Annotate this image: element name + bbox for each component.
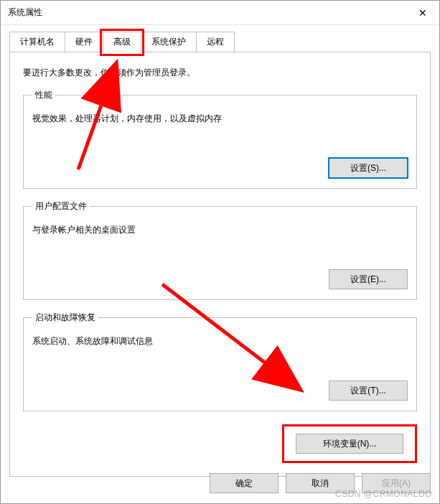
titlebar: 系统属性 ✕ [1,1,439,25]
tab-hardware[interactable]: 硬件 [65,32,103,52]
performance-settings-button[interactable]: 设置(S)... [329,158,408,178]
user-profiles-group: 用户配置文件 与登录帐户相关的桌面设置 设置(E)... [23,200,417,300]
window-title: 系统属性 [8,6,406,19]
env-row: 环境变量(N)... [23,424,417,463]
tab-computer-name[interactable]: 计算机名 [9,32,65,52]
tab-system-protection[interactable]: 系统保护 [141,32,197,52]
close-icon: ✕ [418,7,427,19]
tabstrip: 计算机名 硬件 高级 系统保护 远程 [9,32,431,52]
apply-button[interactable]: 应用(A) [362,473,431,493]
dialog-buttons: 确定 取消 应用(A) [210,473,431,493]
startup-settings-button[interactable]: 设置(T)... [329,381,408,401]
startup-desc: 系统启动、系统故障和调试信息 [32,335,408,347]
content-area: 计算机名 硬件 高级 系统保护 远程 要进行大多数更改，你必须作为管理员登录。 … [1,25,439,477]
user-profiles-title: 用户配置文件 [32,200,90,213]
environment-variables-button[interactable]: 环境变量(N)... [296,434,403,454]
performance-title: 性能 [32,89,55,101]
performance-desc: 视觉效果，处理器计划，内存使用，以及虚拟内存 [32,113,408,125]
close-button[interactable]: ✕ [406,1,439,25]
startup-group: 启动和故障恢复 系统启动、系统故障和调试信息 设置(T)... [23,312,417,411]
highlight-env-button: 环境变量(N)... [282,424,417,463]
advanced-pane: 要进行大多数更改，你必须作为管理员登录。 性能 视觉效果，处理器计划，内存使用，… [9,52,431,477]
ok-button[interactable]: 确定 [210,473,278,493]
startup-title: 启动和故障恢复 [32,312,98,324]
cancel-button[interactable]: 取消 [286,473,355,493]
user-profiles-desc: 与登录帐户相关的桌面设置 [32,224,408,236]
tab-advanced[interactable]: 高级 [103,32,141,52]
user-profiles-settings-button[interactable]: 设置(E)... [329,269,408,289]
intro-text: 要进行大多数更改，你必须作为管理员登录。 [23,67,417,79]
performance-group: 性能 视觉效果，处理器计划，内存使用，以及虚拟内存 设置(S)... [23,89,417,189]
tab-remote[interactable]: 远程 [196,32,235,52]
